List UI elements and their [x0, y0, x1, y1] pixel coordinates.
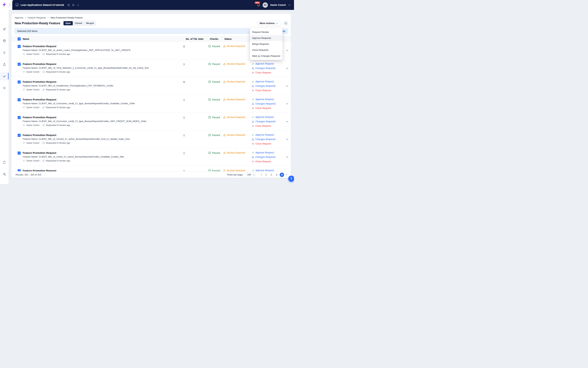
help-fab[interactable]: ? [288, 176, 294, 182]
rows-per-page-select[interactable]: 100 [246, 173, 256, 177]
row-checkbox[interactable] [18, 134, 21, 137]
request-title[interactable]: Feature Promotion Request [23, 63, 183, 65]
row-checkbox[interactable] [18, 152, 21, 155]
request-title[interactable]: Feature Promotion Request [23, 134, 183, 137]
tab-open[interactable]: Open [63, 21, 73, 25]
row-checkbox[interactable] [18, 98, 21, 101]
notifications-button[interactable]: 999+ [257, 3, 260, 7]
sidebar-item-insights-icon[interactable] [0, 48, 9, 57]
row-checkbox[interactable] [18, 116, 21, 119]
row-expand-chevron[interactable] [283, 102, 291, 105]
approve-request-link[interactable]: Approve Request [252, 151, 283, 154]
request-title[interactable]: Feature Promotion Request [23, 116, 183, 119]
check-icon [18, 134, 20, 136]
table-header: Name No. of Tile Jobs Checks Status [11, 36, 291, 42]
next-page-button[interactable] [285, 173, 288, 176]
chevron-down-icon [285, 66, 289, 70]
row-meta: Xavier Conort | Requested 9 minutes ago [23, 160, 183, 162]
changes-required-link[interactable]: Changes Required [252, 156, 283, 158]
close-request-link[interactable]: Close Request [252, 125, 283, 127]
breadcrumb-approve[interactable]: Approve [15, 16, 23, 19]
close-request-link[interactable]: Close Request [252, 160, 283, 163]
tab-merged[interactable]: Merged [84, 21, 96, 25]
sidebar-item-sync-icon[interactable] [0, 158, 9, 166]
column-header-name: Name [22, 37, 183, 40]
more-actions-button[interactable]: More Actions [257, 20, 281, 26]
sidebar-item-experiments-icon[interactable] [0, 60, 9, 68]
warning-triangle-icon [223, 45, 226, 48]
changes-required-link[interactable]: Changes Required [252, 84, 283, 87]
project-title: Loan Applications Dataset UI tutorial [21, 4, 64, 6]
sidebar-item-explore-icon[interactable] [0, 25, 9, 33]
requested-time: Requested 9 minutes ago [46, 53, 70, 55]
request-title[interactable]: Feature Promotion Request [23, 45, 183, 48]
close-request-link[interactable]: Close Request [252, 142, 283, 145]
row-expand-chevron[interactable] [283, 120, 291, 123]
breadcrumb-feature-requests[interactable]: Feature Requests [28, 16, 46, 19]
warning-triangle-icon [252, 67, 254, 70]
row-checkbox[interactable] [18, 81, 21, 83]
request-title[interactable]: Feature Promotion Request [23, 169, 183, 171]
app-logo-icon[interactable] [2, 2, 7, 7]
menu-item-mark-changes-required[interactable]: Mark as Changes Required [250, 53, 283, 59]
page-button-3[interactable]: 3 [274, 173, 279, 177]
approve-request-link[interactable]: Approve Request [252, 116, 283, 118]
row-checkbox[interactable] [18, 169, 21, 171]
sidebar-item-approve-icon[interactable] [0, 72, 9, 80]
table-row: Feature Promotion Request Feature Name: … [11, 77, 291, 95]
settings-gear-icon[interactable] [72, 4, 75, 7]
approve-request-link[interactable]: Approve Request [252, 80, 283, 83]
row-actions: Approve Request Changes Required Close R… [252, 166, 283, 171]
page-button-1[interactable]: 1 [264, 173, 268, 177]
changes-required-link[interactable]: Changes Required [252, 138, 283, 141]
menu-item-merge-requests[interactable]: Merge Requests [250, 41, 283, 47]
request-title[interactable]: Feature Promotion Request [23, 151, 183, 154]
feature-name: Feature Name: CLIENT_Min_of_Installments… [23, 84, 183, 87]
page-button-2[interactable]: 2 [269, 173, 274, 177]
feature-name: Feature Name: CLIENT_Min_of_Consumer_cre… [23, 102, 183, 105]
approve-request-link[interactable]: Approve Request [252, 98, 283, 101]
approve-request-link[interactable]: Approve Request [252, 62, 283, 65]
close-request-link[interactable]: Close Request [252, 107, 283, 110]
page-button-4[interactable]: 4 [280, 173, 284, 177]
x-icon [252, 71, 254, 74]
row-expand-chevron[interactable] [283, 49, 291, 52]
user-menu-chevron-icon[interactable] [288, 4, 291, 7]
menu-item-approve-requests[interactable]: Approve Requests [250, 35, 283, 41]
row-expand-chevron[interactable] [283, 66, 291, 70]
row-expand-chevron[interactable] [283, 138, 291, 141]
tab-closed[interactable]: Closed [73, 21, 84, 25]
row-expand-chevron[interactable] [283, 84, 291, 88]
select-all-checkbox[interactable] [18, 37, 21, 40]
request-title[interactable]: Feature Promotion Request [23, 98, 183, 101]
changes-required-link[interactable]: Changes Required [252, 102, 283, 105]
checks-cell: Passed [208, 77, 223, 83]
sidebar-item-hand-icon[interactable] [0, 37, 9, 45]
changes-required-link[interactable]: Changes Required [252, 120, 283, 123]
approve-request-link[interactable]: Approve Request [252, 169, 283, 171]
sidebar-item-user-search-icon[interactable] [0, 170, 9, 178]
avatar[interactable]: XC [263, 2, 268, 8]
user-icon [23, 53, 25, 55]
menu-item-close-requests[interactable]: Close Requests [250, 47, 283, 53]
row-expand-chevron[interactable] [283, 155, 291, 159]
row-checkbox[interactable] [18, 45, 21, 48]
checks-cell: Passed [208, 42, 223, 48]
close-request-link[interactable]: Close Request [252, 71, 283, 74]
row-checkbox[interactable] [18, 63, 21, 66]
close-request-link[interactable]: Close Request [252, 89, 283, 92]
approve-request-link[interactable]: Approve Request [252, 133, 283, 136]
project-menu-chevron-icon[interactable] [77, 4, 80, 7]
menu-item-request-review[interactable]: Request Review [250, 29, 283, 35]
user-icon [23, 89, 25, 91]
share-icon[interactable] [67, 4, 70, 7]
x-icon [252, 160, 254, 163]
checks-cell: Passed [208, 113, 223, 119]
sidebar-expand-button[interactable] [8, 3, 12, 7]
changes-required-link[interactable]: Changes Required [252, 67, 283, 70]
prev-page-button[interactable] [260, 173, 263, 176]
search-button[interactable] [283, 21, 288, 26]
request-title[interactable]: Feature Promotion Request [23, 80, 183, 83]
checks-status: Passed [212, 81, 220, 83]
sidebar-item-activity-icon[interactable] [0, 84, 9, 92]
